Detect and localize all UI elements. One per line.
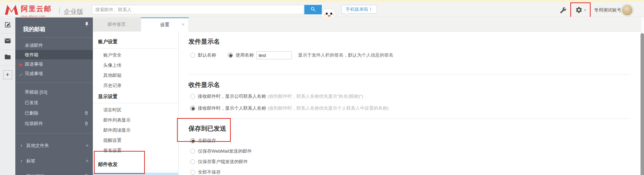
radio-label: 使用名称	[236, 52, 254, 58]
body: + 我的邮箱 未读邮件 收件箱	[0, 17, 644, 175]
section-divider	[188, 74, 630, 75]
brand-m-logo-icon[interactable]	[4, 5, 19, 16]
scrollbar-track[interactable]	[641, 17, 644, 175]
nav-item-signature-settings[interactable]: 签名设置	[93, 145, 178, 155]
recipient-option-personal: 接收邮件时，显示个人联系人名称 (收到邮件时，联系人名称优先显示个人联系人中设置…	[188, 104, 630, 112]
header: 阿里云邮 qiye.aliyun.com | 企业版 手机版来啦！ ▾	[0, 2, 644, 17]
sidebar-item-drafts[interactable]: 草稿箱 [53]	[15, 87, 93, 97]
sidebar-item-inbox[interactable]: 收件箱	[15, 50, 93, 59]
avatar[interactable]	[621, 4, 634, 16]
custom-name-input[interactable]	[256, 51, 292, 59]
nav-header-mail-sendreceive: 邮件收发	[93, 158, 178, 171]
tab-bar: 邮件首页 设置 ×	[93, 17, 644, 31]
sidebar-item-label: 其他文件夹	[26, 143, 49, 148]
check-icon	[18, 71, 24, 76]
radio-default-name[interactable]	[190, 53, 195, 58]
option-note: (收到邮件时，联系人名称优先显示个人联系人中设置的名称)	[268, 105, 389, 111]
close-icon[interactable]: ×	[182, 18, 185, 31]
sidebar-group-other: › 其他文件夹 + › 标签 + › 其他邮箱	[15, 138, 93, 175]
trash-icon[interactable]	[84, 121, 89, 126]
sidebar-item-other-folders[interactable]: › 其他文件夹 +	[15, 138, 93, 153]
compose-icon	[4, 21, 11, 30]
option-label: 接收邮件时，显示公司联系人名称	[198, 93, 266, 100]
nav-header-display: 显示设置	[93, 90, 178, 103]
nav-item-mail-read-display[interactable]: 邮件阅读显示	[93, 125, 178, 135]
sender-display-options: 默认名称 使用名称 显示于发件人栏的签名，默认为个人信息的签名	[188, 51, 630, 60]
add-folder-icon[interactable]: +	[86, 138, 89, 153]
radio-save-webmail[interactable]	[190, 149, 195, 154]
sidebar-item-label: 已删除	[25, 110, 38, 116]
sidebar-item-label: 标签	[26, 158, 35, 163]
sidebar-item-spam[interactable]: 垃圾邮件	[15, 118, 93, 129]
chevron-right-icon: ›	[21, 158, 22, 163]
sidebar-item-unread[interactable]: 未读邮件	[15, 41, 93, 50]
edition-label: 企业版	[64, 7, 83, 16]
tab-settings[interactable]: 设置 ×	[141, 17, 189, 31]
radio-save-none[interactable]	[190, 170, 195, 175]
radio-save-all[interactable]	[190, 138, 195, 143]
folder-button[interactable]	[0, 50, 15, 66]
wrench-icon[interactable]	[560, 7, 567, 15]
option-note: (收到邮件时，联系人名称优先显示"姓名(昵称)")	[268, 93, 363, 100]
gear-caret-icon: ▾	[584, 8, 586, 12]
scrollbar-thumb[interactable]	[641, 33, 644, 175]
option-label: 全部不保存	[198, 169, 221, 175]
sidebar-item-done[interactable]: 完成事项	[15, 69, 93, 78]
mascot-cheek	[324, 14, 326, 15]
mail-sidebar: 我的邮箱 未读邮件 收件箱 跟进事项	[15, 17, 93, 175]
add-button[interactable]: +	[0, 66, 15, 84]
save-option-all: 全部保存	[188, 137, 630, 145]
mobile-version-bubble[interactable]: 手机版来啦！	[341, 5, 377, 14]
sidebar-title: 我的邮箱	[23, 26, 45, 32]
compose-button[interactable]	[0, 17, 15, 34]
pin-icon[interactable]	[84, 22, 89, 28]
flag-icon	[18, 61, 24, 67]
chevron-right-icon: ›	[21, 143, 22, 148]
nav-item-basic-settings[interactable]: 基本设置	[93, 173, 178, 175]
nav-item-mail-list-display[interactable]: 邮件列表显示	[93, 115, 178, 125]
settings-gear-icon[interactable]	[84, 174, 89, 175]
search-icon	[310, 6, 316, 13]
radio-personal-contacts[interactable]	[190, 106, 195, 111]
content-column: 邮件首页 设置 × 账户设置 账户安全 头像上传 其他邮箱 历史记录	[93, 17, 644, 175]
sidebar-item-label: 已发送	[25, 100, 38, 105]
brand-title: 阿里云邮	[21, 5, 52, 13]
mail-button[interactable]	[0, 34, 15, 50]
settings-main: 发件显示名 默认名称 使用名称 显示于发件人栏的签名，默认为个人信息的签名 收件…	[179, 31, 644, 175]
sidebar-item-label: 其他邮箱	[26, 174, 44, 175]
sidebar-divider	[15, 82, 93, 83]
save-option-webmail: 仅保存WebMail发送的邮件	[188, 147, 630, 155]
radio-save-client[interactable]	[190, 159, 195, 164]
sidebar-item-deleted[interactable]: 已删除	[15, 108, 93, 118]
sidebar-item-other-accounts[interactable]: › 其他邮箱	[15, 168, 93, 175]
mascot-eye	[326, 13, 328, 15]
mascot-cheek	[332, 14, 334, 15]
nav-item-account-security[interactable]: 账户安全	[93, 50, 178, 60]
trash-icon[interactable]	[84, 111, 89, 116]
sidebar-item-sent[interactable]: 已发送	[15, 97, 93, 108]
nav-item-language-timezone[interactable]: 语言时区	[93, 105, 178, 115]
add-tag-icon[interactable]: +	[86, 153, 89, 168]
radio-company-contacts[interactable]	[190, 94, 195, 99]
mascot-beak	[327, 15, 331, 17]
sidebar-group-folders: 草稿箱 [53] 已发送 已删除 垃圾邮件	[15, 87, 93, 129]
mascot-icon[interactable]	[321, 8, 336, 17]
brand-logo-text[interactable]: 阿里云邮 qiye.aliyun.com	[21, 5, 52, 17]
search-button[interactable]	[304, 5, 322, 14]
radio-custom-name[interactable]	[228, 53, 233, 58]
nav-item-other-mailboxes[interactable]: 其他邮箱	[93, 70, 178, 80]
option-label: 全部保存	[198, 138, 216, 144]
sidebar-item-followup[interactable]: 跟进事项	[15, 59, 93, 69]
sidebar-title-wrap: 我的邮箱	[19, 17, 93, 38]
save-option-client: 仅保存客户端发送的邮件	[188, 158, 630, 166]
sidebar-item-tags[interactable]: › 标签 +	[15, 153, 93, 168]
webmail-app: 阿里云邮 qiye.aliyun.com | 企业版 手机版来啦！ ▾	[0, 0, 644, 175]
settings-panes: 账户设置 账户安全 头像上传 其他邮箱 历史记录 显示设置 语言时区 邮件列表显…	[93, 31, 644, 175]
nav-item-avatar-upload[interactable]: 头像上传	[93, 60, 178, 70]
gear-icon[interactable]	[575, 6, 583, 15]
sidebar-item-label: 垃圾邮件	[25, 121, 43, 126]
tab-mail-home[interactable]: 邮件首页	[93, 17, 141, 31]
nav-item-reminder-settings[interactable]: 提醒设置	[93, 135, 178, 145]
nav-item-history[interactable]: 历史记录	[93, 80, 178, 90]
search-input[interactable]	[92, 5, 304, 14]
